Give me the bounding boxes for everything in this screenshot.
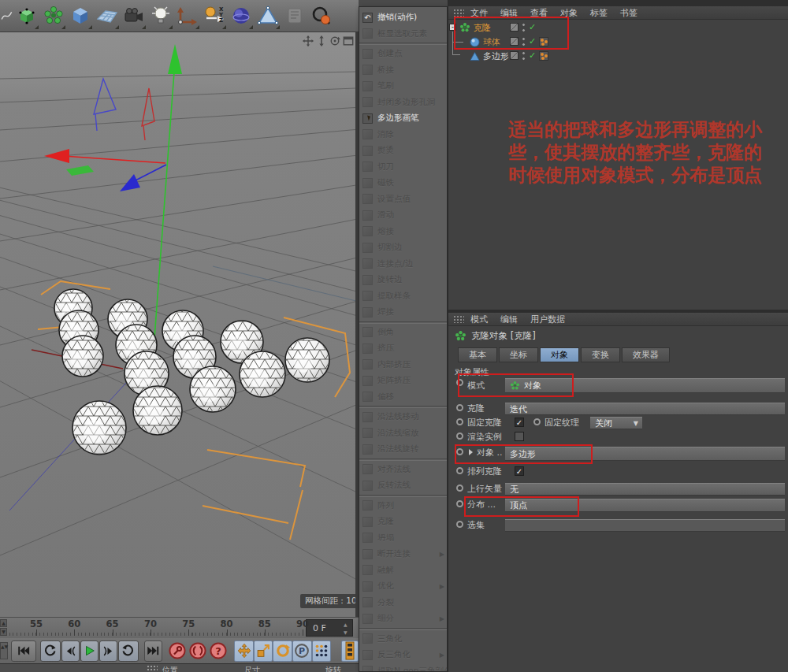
phong-tag-icon[interactable] [539,51,548,61]
camera-object-icon[interactable] [121,2,147,31]
layer-color-icon[interactable] [510,23,519,32]
expand-arrow-icon[interactable] [469,449,473,455]
menu-item[interactable]: ↶撤销(动作) [359,9,447,26]
enabled-check-icon[interactable]: ✓ [529,22,536,32]
wireframe-sphere[interactable] [240,351,285,397]
menu-item[interactable]: 多边形画笔 [359,110,447,127]
visibility-dots[interactable] [522,37,526,46]
align-clone-checkbox[interactable]: ✓ [515,466,524,476]
tab-基本[interactable]: 基本 [458,347,497,362]
mode-dropdown[interactable]: 对象 [505,378,785,393]
viewport[interactable]: 网格间距 : 10 cm [0,32,356,617]
next-frame-button[interactable] [99,640,117,662]
loop-backward-button[interactable] [40,640,61,662]
frame-spinner[interactable]: ▲▼ [344,622,351,635]
light-object-icon[interactable] [147,2,174,31]
tab-对象[interactable]: 对象 [540,347,579,362]
phong-tag-icon[interactable] [539,37,548,46]
cube-primitive-icon[interactable] [67,2,94,31]
tab-效果器[interactable]: 效果器 [622,347,670,362]
sky-object-icon[interactable] [228,2,255,31]
enabled-check-icon[interactable]: ✓ [529,50,536,61]
timeline-ruler[interactable]: ▲ ▼ 0 F ▲▼ 5560657075808590 [0,617,359,638]
play-forward-button[interactable] [80,640,99,662]
object-name[interactable]: 克隆 [474,22,491,34]
wireframe-sphere[interactable] [62,336,103,377]
clone-dropdown[interactable]: 迭代 [505,403,785,415]
wireframe-sphere[interactable] [133,386,182,435]
object-row-球体[interactable]: 球体✓ [448,35,788,49]
keyframe-dot[interactable] [456,485,463,492]
spline-pen-icon[interactable] [174,2,201,31]
object-name[interactable]: 多边形 [483,50,509,62]
selection-field[interactable] [505,519,785,532]
floor-object-icon[interactable] [94,2,121,31]
cloner-object-icon[interactable] [40,2,67,31]
keyframe-dot[interactable] [456,521,463,528]
current-frame-field[interactable]: 0 F ▲▼ [306,619,353,637]
keyframe-dot[interactable] [456,379,463,386]
tab-变换[interactable]: 变换 [581,347,620,362]
om-menu-文件[interactable]: 文件 [470,7,488,19]
goto-start-button[interactable] [11,640,36,662]
wireframe-sphere[interactable] [72,401,126,455]
keyframe-dot[interactable] [456,467,463,474]
rotate-view-icon[interactable] [329,35,340,46]
keyframe-dot[interactable] [456,418,463,425]
menu-drag-handle-icon[interactable] [453,315,464,323]
keyframe-dot[interactable] [456,433,463,440]
object-row-多边形[interactable]: 多边形✓ [448,49,788,63]
keyframe-dot[interactable] [533,418,541,425]
fix-clone-checkbox[interactable]: ✓ [515,418,524,427]
keyframe-dot[interactable] [456,500,463,507]
record-scale-button[interactable] [254,640,273,662]
coordinates-xyz-icon[interactable]: XYZ [201,2,228,31]
om-menu-编辑[interactable]: 编辑 [500,7,518,19]
autokey-toggle-button[interactable] [188,640,207,662]
record-parameter-button[interactable]: P [292,640,312,662]
viewport-canvas[interactable] [0,32,356,617]
keyframe-dot[interactable] [456,404,463,411]
goto-end-button[interactable] [144,640,163,662]
am-menu-用户数据[interactable]: 用户数据 [530,314,565,325]
render-view-icon[interactable] [308,2,335,31]
dolly-zoom-icon[interactable] [315,35,327,46]
keyframe-dot[interactable] [456,448,463,455]
om-menu-查看[interactable]: 查看 [530,7,548,19]
coords-drag-handle[interactable] [147,665,158,672]
record-pla-button[interactable] [312,640,332,662]
cloned-spheres[interactable] [54,289,329,455]
fix-texture-dropdown[interactable]: 关闭 ▼ [590,417,642,429]
previous-frame-button[interactable] [61,640,80,662]
timeline-window-button[interactable] [341,640,359,662]
am-menu-编辑[interactable]: 编辑 [500,314,518,325]
om-menu-对象[interactable]: 对象 [560,7,578,19]
record-rotation-button[interactable] [273,640,292,662]
polygon-object-icon[interactable] [255,2,281,31]
wireframe-sphere[interactable] [285,338,329,382]
menu-drag-handle-icon[interactable] [453,9,464,17]
record-help-button[interactable]: ? [209,640,228,662]
transport-spinner[interactable]: ▲▼ [0,642,8,659]
pan-icon[interactable] [302,35,314,46]
ruler-spin-up[interactable]: ▲ [0,619,7,627]
up-vector-field[interactable]: 无 [505,483,785,496]
maximize-view-icon[interactable] [342,35,354,46]
record-position-button[interactable] [234,640,254,662]
wireframe-sphere[interactable] [190,366,236,412]
mirror-tool-icon[interactable] [1,2,13,31]
object-link-field[interactable]: 多边形 [505,447,785,461]
visibility-dots[interactable] [522,51,526,61]
distribution-dropdown[interactable]: 顶点 [505,499,785,512]
enabled-check-icon[interactable]: ✓ [529,36,536,46]
tab-坐标[interactable]: 坐标 [499,347,538,362]
make-editable-icon[interactable] [13,2,40,31]
ruler-spin-down[interactable]: ▼ [0,628,7,636]
layer-color-icon[interactable] [510,37,519,46]
loop-forward-button[interactable] [118,640,139,662]
layer-color-icon[interactable] [510,51,519,60]
script-scroll-icon[interactable] [281,2,308,31]
record-keyframe-button[interactable] [168,640,187,662]
visibility-dots[interactable] [522,23,526,32]
tree-expander[interactable]: - [449,24,456,31]
